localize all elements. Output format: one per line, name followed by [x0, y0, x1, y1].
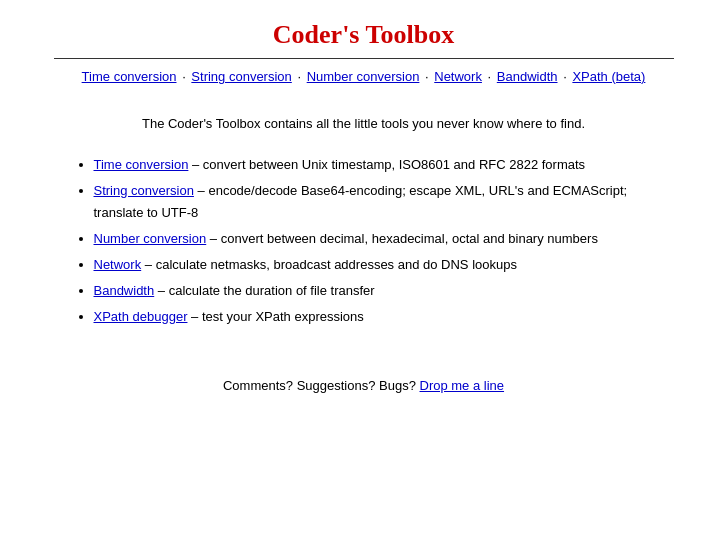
page-wrapper: Coder's Toolbox Time conversion · String… — [24, 0, 704, 413]
intro-text: The Coder's Toolbox contains all the lit… — [54, 114, 674, 134]
footer-contact-link[interactable]: Drop me a line — [420, 378, 505, 393]
nav-number-conversion[interactable]: Number conversion — [307, 69, 420, 84]
nav-separator-2: · — [297, 69, 304, 84]
nav-network[interactable]: Network — [434, 69, 482, 84]
page-title: Coder's Toolbox — [54, 20, 674, 50]
feature-link-xpath[interactable]: XPath debugger — [94, 309, 188, 324]
nav-string-conversion[interactable]: String conversion — [191, 69, 291, 84]
nav-separator-3: · — [425, 69, 432, 84]
feature-link-time[interactable]: Time conversion — [94, 157, 189, 172]
nav-bandwidth[interactable]: Bandwidth — [497, 69, 558, 84]
feature-desc-network: – calculate netmasks, broadcast addresse… — [145, 257, 517, 272]
nav-xpath[interactable]: XPath (beta) — [572, 69, 645, 84]
nav-separator-5: · — [563, 69, 570, 84]
list-item: Network – calculate netmasks, broadcast … — [94, 254, 674, 276]
feature-desc-bandwidth: – calculate the duration of file transfe… — [158, 283, 375, 298]
list-item: Time conversion – convert between Unix t… — [94, 154, 674, 176]
feature-link-number[interactable]: Number conversion — [94, 231, 207, 246]
footer: Comments? Suggestions? Bugs? Drop me a l… — [54, 378, 674, 393]
feature-list: Time conversion – convert between Unix t… — [54, 154, 674, 329]
list-item: String conversion – encode/decode Base64… — [94, 180, 674, 224]
feature-desc-xpath: – test your XPath expressions — [191, 309, 364, 324]
nav-bar: Time conversion · String conversion · Nu… — [54, 69, 674, 84]
list-item: Bandwidth – calculate the duration of fi… — [94, 280, 674, 302]
list-item: Number conversion – convert between deci… — [94, 228, 674, 250]
feature-link-string[interactable]: String conversion — [94, 183, 194, 198]
feature-link-bandwidth[interactable]: Bandwidth — [94, 283, 155, 298]
feature-link-network[interactable]: Network — [94, 257, 142, 272]
feature-desc-time: – convert between Unix timestamp, ISO860… — [192, 157, 585, 172]
footer-static-text: Comments? Suggestions? Bugs? — [223, 378, 420, 393]
nav-separator-4: · — [488, 69, 495, 84]
feature-desc-number: – convert between decimal, hexadecimal, … — [210, 231, 598, 246]
divider — [54, 58, 674, 59]
nav-separator-1: · — [182, 69, 189, 84]
nav-time-conversion[interactable]: Time conversion — [82, 69, 177, 84]
list-item: XPath debugger – test your XPath express… — [94, 306, 674, 328]
